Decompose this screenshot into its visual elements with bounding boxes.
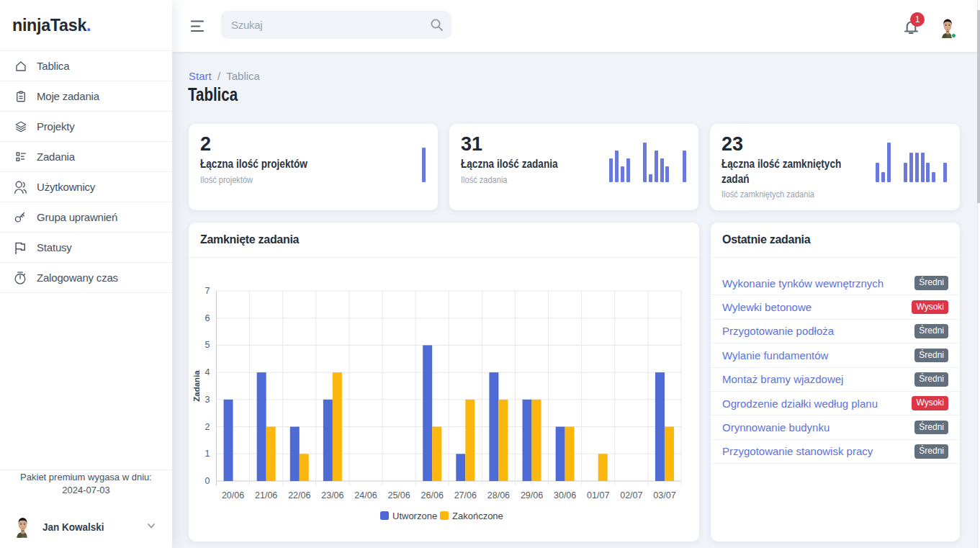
svg-text:30/06: 30/06 [554, 490, 576, 500]
svg-text:Zakończone: Zakończone [452, 511, 503, 521]
svg-text:1: 1 [205, 449, 210, 459]
svg-text:01/07: 01/07 [587, 490, 609, 500]
svg-text:27/06: 27/06 [454, 490, 477, 500]
svg-text:22/06: 22/06 [288, 490, 310, 500]
svg-text:0: 0 [205, 476, 210, 486]
svg-text:20/06: 20/06 [222, 490, 244, 500]
svg-text:Zadania: Zadania [192, 370, 201, 402]
svg-text:28/06: 28/06 [487, 490, 510, 500]
svg-text:5: 5 [205, 340, 210, 350]
svg-text:2: 2 [205, 422, 210, 432]
svg-text:6: 6 [205, 313, 210, 323]
svg-text:Utworzone: Utworzone [392, 511, 437, 521]
svg-text:3: 3 [205, 395, 210, 405]
svg-text:03/07: 03/07 [653, 490, 675, 500]
svg-text:7: 7 [205, 286, 210, 296]
svg-text:26/06: 26/06 [421, 490, 444, 500]
svg-text:24/06: 24/06 [354, 490, 377, 500]
svg-text:02/07: 02/07 [620, 490, 642, 500]
svg-text:25/06: 25/06 [387, 490, 410, 500]
svg-text:29/06: 29/06 [521, 490, 543, 500]
svg-text:21/06: 21/06 [255, 490, 277, 500]
svg-text:4: 4 [205, 367, 210, 377]
svg-text:23/06: 23/06 [321, 490, 343, 500]
